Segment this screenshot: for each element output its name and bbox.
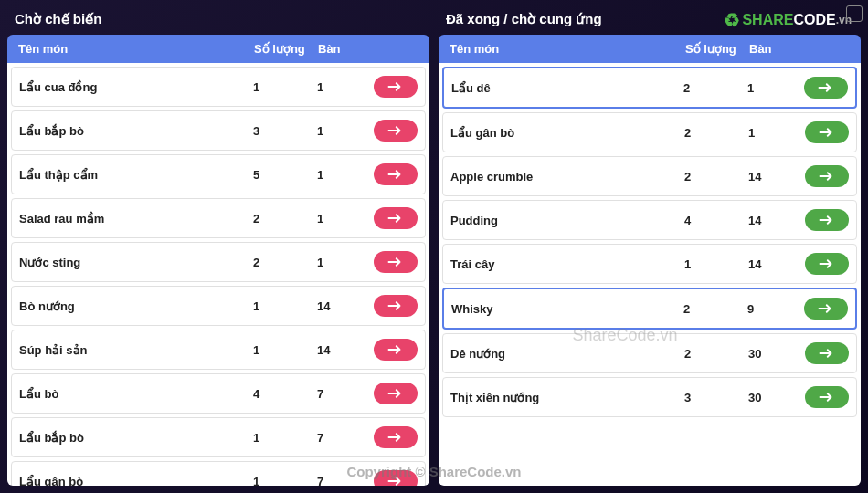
col-qty-header: Số lượng <box>254 42 318 56</box>
arrow-right-icon <box>387 168 404 181</box>
dish-name: Lẩu gân bò <box>450 126 684 140</box>
dish-qty: 2 <box>684 126 748 140</box>
dish-table: 14 <box>317 343 363 357</box>
table-row: Lẩu bò47 <box>11 373 426 414</box>
forward-button[interactable] <box>804 298 848 320</box>
dish-qty: 1 <box>253 299 317 313</box>
dish-table: 1 <box>748 126 794 140</box>
table-row: Trái cây114 <box>442 244 857 284</box>
forward-button[interactable] <box>805 253 849 275</box>
dish-qty: 1 <box>253 475 317 487</box>
dish-qty: 2 <box>684 347 748 361</box>
dish-table: 14 <box>748 257 794 271</box>
dish-name: Thịt xiên nướng <box>450 391 684 404</box>
dish-name: Bò nướng <box>19 299 253 313</box>
dish-name: Salad rau mầm <box>19 212 253 226</box>
arrow-right-icon <box>819 391 835 404</box>
dish-table: 7 <box>317 431 363 445</box>
arrow-right-icon <box>819 347 835 360</box>
dish-name: Lẩu gân bò <box>19 475 253 487</box>
table-row: Whisky29 <box>442 288 857 330</box>
dish-name: Dê nướng <box>450 347 684 361</box>
dish-qty: 4 <box>253 387 317 401</box>
dish-name: Lẩu thập cẩm <box>19 168 253 182</box>
dish-qty: 3 <box>253 124 317 138</box>
dish-name: Pudding <box>450 214 684 227</box>
table-row: Apple crumble214 <box>442 156 857 196</box>
forward-button[interactable] <box>374 383 418 404</box>
forward-button[interactable] <box>374 120 418 142</box>
dish-qty: 2 <box>683 81 747 95</box>
dish-table: 1 <box>317 168 363 182</box>
forward-button[interactable] <box>805 209 849 231</box>
table-row: Lẩu bắp bò17 <box>11 417 426 457</box>
dish-qty: 2 <box>684 170 748 184</box>
table-row: Thịt xiên nướng330 <box>442 377 857 417</box>
dish-name: Trái cây <box>450 257 684 271</box>
col-action-header <box>795 42 850 56</box>
forward-button[interactable] <box>374 339 418 361</box>
arrow-right-icon <box>387 343 404 356</box>
dish-table: 14 <box>317 299 363 313</box>
forward-button[interactable] <box>805 342 849 364</box>
table-row: Dê nướng230 <box>442 333 857 373</box>
dish-table: 30 <box>748 347 794 361</box>
col-table-header: Bàn <box>749 42 795 56</box>
done-title: Đã xong / chờ cung ứng <box>439 7 861 35</box>
forward-button[interactable] <box>374 251 418 273</box>
table-row: Lẩu gân bò21 <box>442 112 857 152</box>
arrow-right-icon <box>818 81 834 94</box>
col-action-header <box>364 42 418 56</box>
dish-qty: 1 <box>253 431 317 445</box>
forward-button[interactable] <box>374 76 418 98</box>
dish-name: Apple crumble <box>450 170 684 184</box>
table-row: Pudding414 <box>442 200 857 240</box>
forward-button[interactable] <box>805 386 849 408</box>
table-row: Lẩu bắp bò31 <box>11 110 426 151</box>
forward-button[interactable] <box>374 426 418 448</box>
dish-table: 14 <box>748 214 794 227</box>
dish-table: 1 <box>747 81 793 95</box>
forward-button[interactable] <box>374 207 418 229</box>
arrow-right-icon <box>387 124 404 137</box>
pending-title: Chờ chế biến <box>7 7 429 35</box>
forward-button[interactable] <box>804 77 848 99</box>
dish-table: 7 <box>317 475 363 487</box>
done-list[interactable]: Lẩu dê21Lẩu gân bò21Apple crumble214Pudd… <box>439 63 861 486</box>
arrow-right-icon <box>387 212 404 225</box>
arrow-right-icon <box>819 126 835 139</box>
table-row: Lẩu thập cẩm51 <box>11 154 426 194</box>
arrow-right-icon <box>819 257 835 270</box>
arrow-right-icon <box>387 299 404 312</box>
dish-name: Lẩu bò <box>19 387 253 401</box>
forward-button[interactable] <box>805 165 849 187</box>
col-name-header: Tên món <box>18 42 254 56</box>
table-row: Súp hải sản114 <box>11 330 426 370</box>
col-name-header: Tên món <box>450 42 685 56</box>
forward-button[interactable] <box>374 295 418 317</box>
arrow-right-icon <box>387 431 404 444</box>
dish-qty: 4 <box>684 214 748 227</box>
pending-panel: Chờ chế biến Tên món Số lượng Bàn Lẩu cu… <box>7 7 429 486</box>
pending-list[interactable]: Lẩu cua đồng11Lẩu bắp bò31Lẩu thập cẩm51… <box>7 63 429 486</box>
dish-qty: 3 <box>684 391 748 404</box>
table-row: Lẩu gân bò17 <box>11 461 426 486</box>
dish-qty: 1 <box>253 80 317 94</box>
table-row: Lẩu cua đồng11 <box>11 67 426 107</box>
dish-qty: 2 <box>253 256 317 269</box>
dish-name: Súp hải sản <box>19 343 253 357</box>
dish-name: Nước sting <box>19 256 253 269</box>
col-qty-header: Số lượng <box>685 42 749 56</box>
dish-table: 14 <box>748 170 794 184</box>
forward-button[interactable] <box>374 163 418 185</box>
table-row: Nước sting21 <box>11 242 426 282</box>
done-panel: Đã xong / chờ cung ứng Tên món Số lượng … <box>439 7 861 486</box>
col-table-header: Bàn <box>318 42 364 56</box>
dish-name: Lẩu bắp bò <box>19 124 253 138</box>
dish-table: 1 <box>317 80 363 94</box>
dish-table: 30 <box>748 391 794 404</box>
forward-button[interactable] <box>805 121 849 143</box>
forward-button[interactable] <box>374 470 418 486</box>
arrow-right-icon <box>387 475 404 486</box>
arrow-right-icon <box>819 214 835 226</box>
